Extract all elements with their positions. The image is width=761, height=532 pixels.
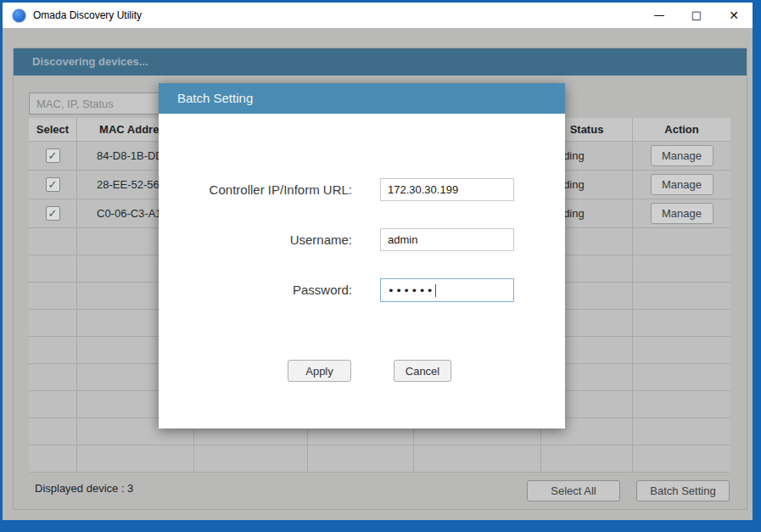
empty-cell [194,445,308,472]
empty-cell [414,445,541,472]
select-cell: ✓ [29,142,77,170]
controller-url-label: Controller IP/Inform URL: [159,178,352,202]
manage-button[interactable]: Manage [651,174,713,195]
empty-cell [29,445,77,472]
empty-cell [29,391,77,417]
checkmark-icon: ✓ [48,208,58,219]
empty-cell [633,418,730,445]
empty-cell [633,364,730,390]
client-area: Discovering devices... Select MAC Addres… [3,28,753,520]
discovery-status-banner: Discovering devices... [14,48,747,76]
empty-cell [29,228,77,255]
title-bar: Omada Discovery Utility — □ ✕ [3,3,753,28]
window-title: Omada Discovery Utility [33,9,142,21]
select-all-button[interactable]: Select All [527,480,620,501]
row-checkbox[interactable]: ✓ [46,206,60,221]
manage-button[interactable]: Manage [651,203,713,224]
username-input[interactable] [380,228,514,251]
empty-cell [633,228,730,255]
displayed-device-count: Displayed device : 3 [35,482,133,495]
username-label: Username: [159,228,352,252]
password-masked-value: •••••• [388,284,434,297]
cancel-button[interactable]: Cancel [394,360,451,382]
batch-setting-button[interactable]: Batch Setting [636,480,730,501]
text-cursor [435,284,436,297]
empty-cell [633,391,730,417]
empty-cell [29,310,77,336]
empty-cell [633,283,730,309]
empty-cell [308,445,414,472]
select-cell: ✓ [29,199,77,227]
column-header-action: Action [633,118,730,141]
column-header-select: Select [29,118,77,141]
password-label: Password: [159,278,352,302]
empty-cell [29,255,77,282]
row-checkbox[interactable]: ✓ [46,177,60,192]
empty-cell [541,445,633,472]
empty-cell [29,337,77,363]
username-field-row: Username: [159,228,565,252]
app-window: Omada Discovery Utility — □ ✕ Discoverin… [0,0,761,532]
empty-cell [29,283,77,309]
checkmark-icon: ✓ [48,179,58,190]
password-input[interactable]: •••••• [380,278,514,302]
action-cell: Manage [633,171,730,199]
checkmark-icon: ✓ [48,150,58,161]
action-cell: Manage [633,142,730,170]
empty-cell [29,418,77,445]
close-button[interactable]: ✕ [715,3,753,27]
omada-logo-icon [12,8,26,23]
controller-url-input[interactable] [380,178,514,201]
empty-cell [29,364,77,390]
empty-cell [633,445,730,472]
dialog-title: Batch Setting [159,83,565,114]
empty-table-row [29,445,730,473]
manage-button[interactable]: Manage [651,145,713,166]
row-checkbox[interactable]: ✓ [46,148,60,163]
maximize-button[interactable]: □ [678,3,715,27]
empty-cell [633,310,730,336]
select-cell: ✓ [29,171,77,199]
empty-cell [77,445,194,472]
empty-cell [633,337,730,363]
window-controls: — □ ✕ [641,3,753,28]
apply-button[interactable]: Apply [288,360,351,382]
batch-setting-dialog: Batch Setting Controller IP/Inform URL: … [159,83,565,428]
minimize-button[interactable]: — [641,3,678,27]
controller-url-field-row: Controller IP/Inform URL: [159,178,565,202]
password-field-row: Password: •••••• [159,278,565,302]
action-cell: Manage [633,199,730,227]
empty-cell [633,255,730,282]
